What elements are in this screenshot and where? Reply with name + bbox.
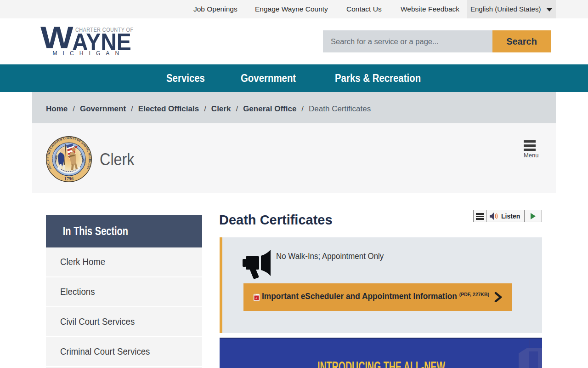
svg-text:1796: 1796 xyxy=(64,176,74,181)
